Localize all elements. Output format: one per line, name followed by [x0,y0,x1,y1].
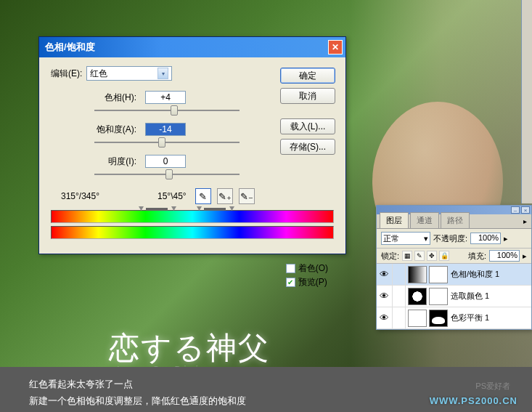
watermark-label: PS爱好者 [475,381,510,392]
layer-row[interactable]: 👁 色相/饱和度 1 [377,264,531,286]
layer-row[interactable]: 👁 选取颜色 1 [377,286,531,307]
tab-layers[interactable]: 图层 [380,212,409,228]
color-ramp-output [51,226,334,239]
layer-name: 选取颜色 1 [451,291,489,302]
lock-all-icon[interactable]: 🔒 [439,251,449,261]
mask-thumb[interactable] [429,288,448,305]
lightness-slider[interactable] [94,169,240,179]
chevron-right-icon[interactable]: ▸ [504,234,508,243]
opacity-input[interactable]: 100% [470,233,501,244]
adjustment-thumb[interactable] [408,266,427,283]
close-icon[interactable]: × [521,206,530,214]
link-column[interactable] [393,264,406,285]
edit-value: 红色 [90,68,107,80]
layer-list: 👁 色相/饱和度 1 👁 选取颜色 1 👁 色彩平衡 1 [377,264,531,329]
colorize-label: 着色(O) [298,262,328,275]
lock-label: 锁定: [381,251,399,262]
caption-line-1: 红色看起来太夸张了一点 [29,376,503,392]
eyedropper-icon[interactable]: ✎ [195,188,211,204]
hue-saturation-dialog: 色相/饱和度 ✕ 编辑(E): 红色 ▾ 色相(H): 饱和度(A): [38,36,346,254]
layer-row[interactable]: 👁 色彩平衡 1 [377,307,531,329]
mask-thumb[interactable] [429,310,448,327]
panel-menu-icon[interactable]: ▸ [520,216,530,226]
opacity-label: 不透明度: [433,233,467,244]
adjustment-thumb[interactable] [408,310,427,327]
eyedropper-add-icon[interactable]: ✎₊ [217,188,233,204]
degree-range-left: 315°/345° [61,191,99,201]
mask-thumb[interactable] [429,266,448,283]
minimize-icon[interactable]: – [511,206,520,214]
lightness-input[interactable] [145,155,186,168]
fill-input[interactable]: 100% [489,250,520,262]
saturation-input[interactable] [145,123,186,136]
visibility-icon[interactable]: 👁 [377,307,393,328]
hue-input[interactable] [145,91,186,104]
dialog-title: 色相/饱和度 [45,41,328,54]
chevron-right-icon[interactable]: ▸ [523,251,527,261]
visibility-icon[interactable]: 👁 [377,264,393,285]
layers-panel: – × 图层 通道 路径 ▸ 正常 ▾ 不透明度: 100% ▸ 锁定: ▦ ✎… [376,205,532,330]
watermark-url: WWW.PS2000.CN [430,395,517,406]
eyedropper-subtract-icon[interactable]: ✎₋ [239,188,255,204]
saturation-slider[interactable] [94,137,240,148]
blend-mode-dropdown[interactable]: 正常 ▾ [381,232,430,245]
visibility-icon[interactable]: 👁 [377,286,393,307]
tab-channels[interactable]: 通道 [410,212,439,228]
lightness-label: 明度(I): [51,155,145,168]
edit-dropdown[interactable]: 红色 ▾ [86,66,172,81]
ok-button[interactable]: 确定 [280,68,335,84]
link-column[interactable] [393,286,406,307]
load-button[interactable]: 载入(L)... [280,118,335,134]
movie-title: 恋する神父 [109,328,270,368]
edit-label: 编辑(E): [51,68,82,80]
layer-name: 色相/饱和度 1 [451,269,499,280]
color-ramp-input[interactable] [51,210,334,223]
tab-paths[interactable]: 路径 [441,212,470,228]
layer-name: 色彩平衡 1 [451,312,489,323]
lock-transparent-icon[interactable]: ▦ [402,251,412,261]
fill-label: 填充: [468,251,486,262]
preview-checkbox[interactable]: ✔ [286,278,295,287]
saturation-label: 饱和度(A): [51,124,145,136]
degree-range-right: 15°\45° [157,191,187,201]
lock-paint-icon[interactable]: ✎ [414,251,425,261]
save-button[interactable]: 存储(S)... [280,139,335,155]
collapsed-panels [521,0,532,203]
link-column[interactable] [393,307,406,328]
dialog-titlebar[interactable]: 色相/饱和度 ✕ [39,37,345,57]
close-button[interactable]: ✕ [328,40,343,54]
chevron-down-icon: ▾ [157,68,168,79]
preview-label: 预览(P) [298,276,327,288]
cancel-button[interactable]: 取消 [280,88,335,104]
colorize-checkbox[interactable] [286,264,295,273]
hue-slider[interactable] [94,105,240,116]
adjustment-thumb[interactable] [408,288,427,305]
lock-move-icon[interactable]: ✥ [427,251,437,261]
hue-label: 色相(H): [51,92,145,104]
chevron-down-icon: ▾ [424,234,428,243]
